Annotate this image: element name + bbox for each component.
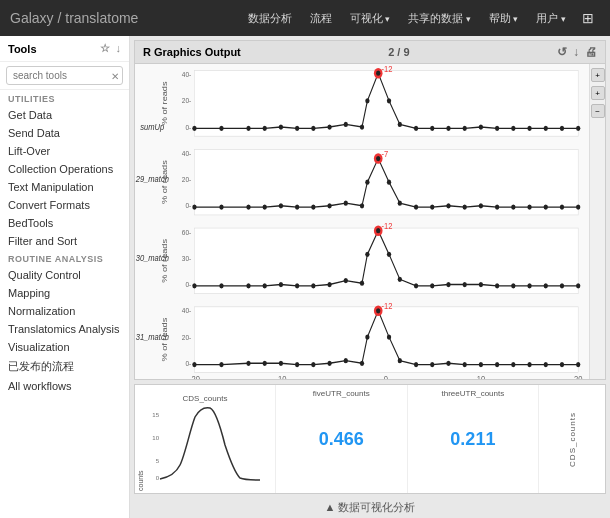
svg-text:-12: -12 [381, 221, 392, 232]
svg-point-46 [279, 203, 283, 208]
vertical-label-section: CDS_counts [539, 385, 605, 493]
svg-point-51 [360, 203, 364, 208]
svg-text:10: 10 [477, 373, 486, 379]
svg-text:% of reads: % of reads [160, 160, 169, 204]
svg-point-131 [560, 362, 564, 367]
grid-icon[interactable]: ⊞ [576, 6, 600, 30]
svg-point-75 [192, 283, 196, 288]
svg-point-30 [527, 126, 531, 131]
routine-section-label: ROUTINE ANALYSIS [0, 250, 129, 266]
five-utr-label: fiveUTR_counts [313, 389, 370, 398]
sidebar-item-translatomics[interactable]: Translatomics Analysis [0, 320, 129, 338]
nav-user[interactable]: 用户 [528, 7, 574, 30]
cds-curve-svg: 15 10 5 0 [135, 405, 275, 485]
sidebar-item-lift-over[interactable]: Lift-Over [0, 142, 129, 160]
svg-point-119 [376, 308, 380, 313]
svg-point-32 [560, 126, 564, 131]
svg-point-17 [344, 122, 348, 127]
sidebar-item-published-workflows[interactable]: 已发布的流程 [0, 356, 129, 377]
sidebar-item-mapping[interactable]: Mapping [0, 284, 129, 302]
svg-text:-12: -12 [381, 64, 392, 74]
svg-point-117 [360, 361, 364, 366]
svg-point-122 [414, 362, 418, 367]
svg-point-48 [311, 204, 315, 209]
svg-point-84 [360, 281, 364, 286]
svg-point-65 [560, 204, 564, 209]
search-input[interactable] [6, 66, 123, 85]
chart-area: % of reads sumUp 40- 20- 0- -12 [135, 64, 605, 379]
svg-text:60-: 60- [182, 227, 192, 237]
three-utr-label: threeUTR_counts [442, 389, 505, 398]
sidebar-item-filter-sort[interactable]: Filter and Sort [0, 232, 129, 250]
svg-text:20: 20 [574, 373, 583, 379]
sidebar-item-get-data[interactable]: Get Data [0, 106, 129, 124]
right-scrollbar: + + − [589, 64, 605, 379]
brand-galaxy: Galaxy [10, 10, 54, 26]
svg-point-61 [495, 204, 499, 209]
svg-point-77 [246, 283, 250, 288]
svg-point-83 [344, 278, 348, 283]
svg-point-56 [414, 204, 418, 209]
svg-text:20-: 20- [182, 332, 192, 342]
star-icon[interactable]: ☆ [100, 42, 110, 55]
graphics-actions: ↺ ↓ 🖨 [557, 45, 597, 59]
download-chart-icon[interactable]: ↓ [573, 45, 579, 59]
svg-point-42 [192, 204, 196, 209]
svg-text:-7: -7 [381, 148, 388, 159]
svg-text:0-: 0- [185, 358, 191, 368]
sidebar-item-bedtools[interactable]: BedTools [0, 214, 129, 232]
svg-point-27 [479, 124, 483, 129]
sidebar-item-send-data[interactable]: Send Data [0, 124, 129, 142]
sidebar-item-text-manipulation[interactable]: Text Manipulation [0, 178, 129, 196]
svg-text:40-: 40- [182, 69, 192, 79]
svg-text:0: 0 [384, 373, 388, 379]
svg-point-52 [365, 180, 369, 185]
sidebar-item-quality-control[interactable]: Quality Control [0, 266, 129, 284]
svg-point-12 [263, 126, 267, 131]
svg-point-24 [430, 126, 434, 131]
svg-point-76 [219, 283, 223, 288]
svg-point-115 [327, 361, 331, 366]
svg-rect-138 [145, 405, 265, 485]
print-icon[interactable]: 🖨 [585, 45, 597, 59]
svg-point-85 [365, 252, 369, 257]
svg-point-114 [311, 362, 315, 367]
download-icon[interactable]: ↓ [116, 42, 122, 55]
nav-workflow[interactable]: 流程 [302, 7, 340, 30]
nav-help[interactable]: 帮助 [481, 7, 527, 30]
sidebar-title: Tools [8, 43, 37, 55]
scroll-up-btn[interactable]: + [591, 68, 605, 82]
sidebar-item-normalization[interactable]: Normalization [0, 302, 129, 320]
sidebar-item-visualization[interactable]: Visualization [0, 338, 129, 356]
svg-point-29 [511, 126, 515, 131]
svg-point-110 [246, 361, 250, 366]
scroll-down-btn[interactable]: − [591, 104, 605, 118]
svg-point-62 [511, 204, 515, 209]
search-clear-icon[interactable]: ✕ [111, 70, 119, 81]
sidebar-item-all-workflows[interactable]: All workflows [0, 377, 129, 395]
nav-data-analysis[interactable]: 数据分析 [240, 7, 300, 30]
scroll-mid-btn[interactable]: + [591, 86, 605, 100]
svg-text:30-: 30- [182, 253, 192, 263]
navbar: Galaxy / translatome 数据分析 流程 可视化 共享的数据 帮… [0, 0, 610, 36]
svg-point-92 [463, 282, 467, 287]
svg-text:20-: 20- [182, 174, 192, 184]
sidebar-item-collection-operations[interactable]: Collection Operations [0, 160, 129, 178]
svg-point-49 [327, 203, 331, 208]
svg-point-118 [365, 334, 369, 339]
graphics-panel: R Graphics Output 2 / 9 ↺ ↓ 🖨 [134, 40, 606, 380]
nav-shared-data[interactable]: 共享的数据 [400, 7, 479, 30]
nav-visualize[interactable]: 可视化 [342, 7, 399, 30]
caption: ▲ 数据可视化分析 [130, 498, 610, 518]
svg-point-90 [430, 283, 434, 288]
svg-point-31 [544, 126, 548, 131]
svg-point-109 [219, 362, 223, 367]
refresh-icon[interactable]: ↺ [557, 45, 567, 59]
svg-point-10 [219, 126, 223, 131]
svg-point-21 [387, 98, 391, 103]
svg-text:20-: 20- [182, 96, 192, 106]
sidebar-item-convert-formats[interactable]: Convert Formats [0, 196, 129, 214]
svg-point-116 [344, 358, 348, 363]
sidebar-header: Tools ☆ ↓ [0, 36, 129, 62]
svg-point-82 [327, 282, 331, 287]
